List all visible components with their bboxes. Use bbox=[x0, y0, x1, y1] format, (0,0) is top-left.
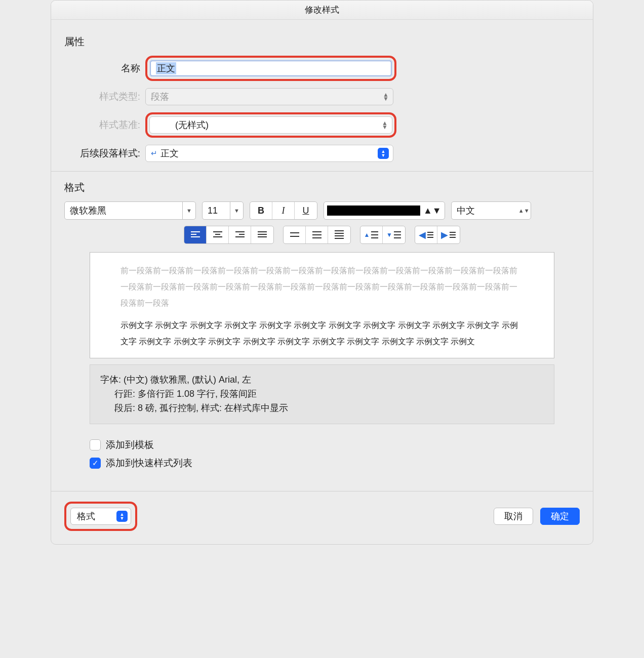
underline-button[interactable]: U bbox=[295, 202, 317, 219]
chevron-updown-icon: ▲▼ bbox=[423, 205, 441, 216]
chevron-updown-icon: ▲▼ bbox=[116, 511, 128, 522]
font-size-select[interactable]: 11 ▼ bbox=[202, 201, 244, 220]
style-type-label: 样式类型: bbox=[64, 90, 145, 103]
style-description: 字体: (中文) 微软雅黑, (默认) Arial, 左 行距: 多倍行距 1.… bbox=[90, 364, 554, 424]
chevron-updown-icon: ▲▼ bbox=[378, 148, 389, 159]
ok-button[interactable]: 确定 bbox=[540, 508, 580, 525]
line-spacing-2-button[interactable] bbox=[328, 226, 350, 243]
language-select[interactable]: 中文 ▲▼ bbox=[451, 201, 531, 220]
font-color-select[interactable]: ▲▼ bbox=[324, 201, 445, 220]
bold-button[interactable]: B bbox=[250, 202, 272, 219]
add-to-template-label: 添加到模板 bbox=[106, 438, 154, 451]
based-on-label: 样式基准: bbox=[64, 118, 145, 132]
based-on-select[interactable]: (无样式) ▲▼ bbox=[149, 116, 392, 134]
chevron-updown-icon: ▲▼ bbox=[383, 93, 389, 101]
align-right-button[interactable] bbox=[229, 226, 251, 243]
format-menu-button[interactable]: 格式 ▲▼ bbox=[70, 508, 131, 525]
increase-indent-button[interactable]: ▶ bbox=[437, 226, 460, 243]
format-heading: 格式 bbox=[64, 181, 580, 194]
style-type-select: 段落 ▲▼ bbox=[145, 88, 393, 105]
name-label: 名称 bbox=[64, 62, 145, 75]
properties-heading: 属性 bbox=[64, 35, 580, 49]
line-spacing-1-button[interactable] bbox=[284, 226, 306, 243]
dropdown-icon: ▲▼ bbox=[517, 202, 531, 219]
add-to-quickstyle-label: 添加到快速样式列表 bbox=[106, 457, 192, 470]
dropdown-icon: ▼ bbox=[230, 202, 243, 219]
color-swatch bbox=[327, 205, 420, 216]
cancel-button[interactable]: 取消 bbox=[494, 508, 533, 525]
paragraph-mark-icon: ↵ bbox=[151, 149, 157, 158]
preview-box: 前一段落前一段落前一段落前一段落前一段落前一段落前一段落前一段落前一段落前一段落… bbox=[90, 252, 554, 358]
space-before-increase-button[interactable]: ▲ bbox=[360, 226, 383, 243]
space-before-decrease-button[interactable]: ▼ bbox=[383, 226, 405, 243]
dialog-title: 修改样式 bbox=[51, 1, 593, 20]
align-left-button[interactable] bbox=[184, 226, 207, 243]
modify-style-dialog: 修改样式 属性 名称 正文 样式类型: 段落 ▲▼ 样式基准: bbox=[51, 0, 593, 545]
italic-button[interactable]: I bbox=[272, 202, 295, 219]
add-to-template-checkbox[interactable] bbox=[90, 439, 101, 450]
add-to-quickstyle-checkbox[interactable]: ✓ bbox=[90, 458, 101, 469]
preview-prev-paragraph: 前一段落前一段落前一段落前一段落前一段落前一段落前一段落前一段落前一段落前一段落… bbox=[120, 263, 524, 311]
chevron-updown-icon: ▲▼ bbox=[382, 121, 388, 129]
next-style-select[interactable]: ↵ 正文 ▲▼ bbox=[145, 145, 393, 162]
next-style-label: 后续段落样式: bbox=[64, 147, 145, 160]
font-family-select[interactable]: 微软雅黑 ▼ bbox=[64, 201, 196, 220]
preview-sample-text: 示例文字 示例文字 示例文字 示例文字 示例文字 示例文字 示例文字 示例文字 … bbox=[120, 317, 524, 350]
align-center-button[interactable] bbox=[207, 226, 229, 243]
line-spacing-15-button[interactable] bbox=[306, 226, 328, 243]
name-input[interactable]: 正文 bbox=[149, 60, 392, 77]
dropdown-icon: ▼ bbox=[182, 202, 195, 219]
decrease-indent-button[interactable]: ◀ bbox=[415, 226, 437, 243]
align-justify-button[interactable] bbox=[251, 226, 273, 243]
